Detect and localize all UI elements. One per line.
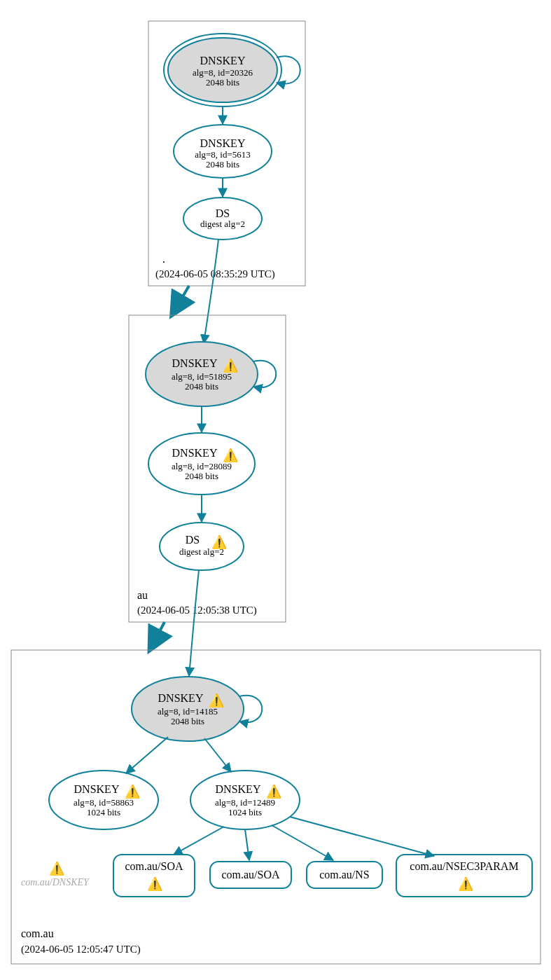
svg-text:com.au/DNSKEY: com.au/DNSKEY (21, 877, 90, 888)
svg-text:alg=8, id=58863: alg=8, id=58863 (74, 797, 134, 808)
record-ns: com.au/NS (307, 862, 382, 888)
dnssec-diagram: . (2024-06-05 08:35:29 UTC) DNSKEY alg=8… (0, 0, 551, 980)
svg-text:2048 bits: 2048 bits (185, 471, 218, 481)
svg-text:2048 bits: 2048 bits (171, 716, 204, 726)
zone-comau-label: com.au (21, 927, 54, 939)
comau-dnskey-zsk-a: DNSKEY ⚠️ alg=8, id=58863 1024 bits (49, 771, 158, 829)
svg-text:DNSKEY: DNSKEY (172, 447, 218, 459)
record-nsec3param: com.au/NSEC3PARAM ⚠️ (396, 855, 532, 897)
svg-text:com.au/SOA: com.au/SOA (221, 869, 280, 881)
svg-text:digest alg=2: digest alg=2 (179, 546, 224, 557)
zone-root: . (2024-06-05 08:35:29 UTC) DNSKEY alg=8… (148, 21, 305, 286)
svg-text:DNSKEY: DNSKEY (172, 357, 218, 369)
svg-text:DS: DS (186, 534, 200, 546)
record-soa-1: com.au/SOA ⚠️ (113, 855, 195, 897)
zone-comau-timestamp: (2024-06-05 12:05:47 UTC) (21, 944, 141, 955)
edge (272, 825, 333, 860)
svg-text:com.au/NS: com.au/NS (319, 869, 370, 881)
svg-text:DNSKEY: DNSKEY (200, 55, 246, 67)
zone-link-arrow (153, 622, 165, 644)
svg-text:alg=8, id=14185: alg=8, id=14185 (158, 706, 218, 717)
zone-root-label: . (162, 253, 165, 265)
comau-dnskey-ksk: DNSKEY ⚠️ alg=8, id=14185 2048 bits (132, 677, 244, 741)
warning-icon: ⚠️ (49, 861, 65, 876)
root-ds: DS digest alg=2 (183, 198, 262, 240)
svg-text:2048 bits: 2048 bits (185, 381, 218, 392)
edge (174, 827, 224, 855)
edge (245, 829, 249, 860)
record-soa-2: com.au/SOA (210, 862, 291, 888)
svg-text:alg=8, id=51895: alg=8, id=51895 (172, 371, 232, 382)
au-dnskey-ksk: DNSKEY ⚠️ alg=8, id=51895 2048 bits (146, 342, 258, 406)
root-dnskey-ksk: DNSKEY alg=8, id=20326 2048 bits (164, 34, 281, 106)
svg-text:alg=8, id=12489: alg=8, id=12489 (215, 797, 275, 808)
svg-text:com.au/NSEC3PARAM: com.au/NSEC3PARAM (410, 860, 518, 872)
svg-text:alg=8, id=28089: alg=8, id=28089 (172, 461, 232, 471)
edge (290, 817, 434, 856)
zone-link-arrow (175, 286, 189, 310)
svg-text:DNSKEY: DNSKEY (74, 783, 120, 795)
warning-icon: ⚠️ (147, 876, 163, 892)
zone-com-au: com.au (2024-06-05 12:05:47 UTC) DNSKEY … (11, 650, 540, 964)
au-dnskey-zsk: DNSKEY ⚠️ alg=8, id=28089 2048 bits (148, 433, 255, 495)
comau-ghost-dnskey: ⚠️ com.au/DNSKEY (21, 861, 90, 888)
svg-text:1024 bits: 1024 bits (87, 807, 120, 817)
svg-text:DNSKEY: DNSKEY (200, 137, 246, 149)
root-dnskey-zsk: DNSKEY alg=8, id=5613 2048 bits (174, 125, 272, 178)
warning-icon: ⚠️ (458, 876, 474, 892)
edge-ds-to-comau-ksk (189, 570, 199, 676)
edge-ds-to-au-ksk (204, 240, 218, 343)
edge (204, 738, 231, 772)
svg-text:digest alg=2: digest alg=2 (200, 219, 245, 229)
zone-au-timestamp: (2024-06-05 12:05:38 UTC) (137, 605, 257, 616)
svg-text:1024 bits: 1024 bits (228, 807, 262, 817)
svg-text:2048 bits: 2048 bits (206, 159, 239, 170)
svg-text:alg=8, id=20326: alg=8, id=20326 (193, 67, 253, 78)
zone-root-timestamp: (2024-06-05 08:35:29 UTC) (155, 268, 275, 280)
edge (126, 737, 168, 773)
svg-text:2048 bits: 2048 bits (206, 77, 239, 88)
svg-text:DNSKEY: DNSKEY (216, 783, 261, 795)
zone-au-label: au (137, 589, 148, 601)
au-ds: DS ⚠️ digest alg=2 (160, 523, 244, 570)
svg-text:DS: DS (216, 207, 230, 219)
svg-text:com.au/SOA: com.au/SOA (125, 860, 183, 872)
comau-dnskey-zsk-b: DNSKEY ⚠️ alg=8, id=12489 1024 bits (190, 771, 300, 829)
zone-au: au (2024-06-05 12:05:38 UTC) DNSKEY ⚠️ a… (129, 315, 286, 622)
svg-text:alg=8, id=5613: alg=8, id=5613 (195, 149, 251, 160)
svg-text:DNSKEY: DNSKEY (158, 692, 204, 704)
